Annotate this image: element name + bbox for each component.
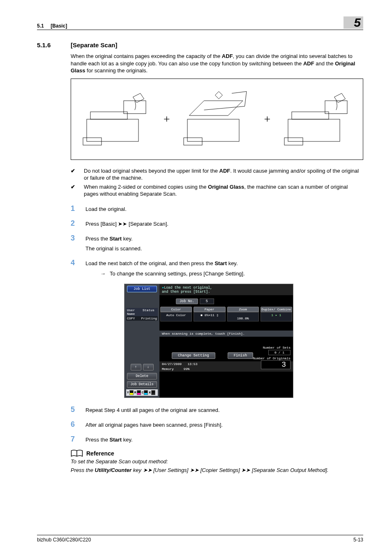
page-header: 5.1 [Basic] 5 <box>37 16 363 30</box>
step-4: 4 Load the next batch of the original, a… <box>71 259 363 278</box>
intro-bold: ADF <box>303 60 314 67</box>
lcd-message-bar: ✦Load the next original, and then press … <box>159 284 293 295</box>
step-5: 5 Repeat Step 4 until all pages of the o… <box>71 405 363 414</box>
reference-heading: Reference <box>71 449 363 458</box>
arrow-down-button[interactable]: ↓ <box>143 364 154 370</box>
jobno-value: 5 <box>200 298 214 304</box>
intro-paragraph: When the original contains pages exceedi… <box>71 53 363 74</box>
step-1: 1 Load the original. <box>71 204 363 213</box>
checkmark-icon: ✔ <box>71 167 76 182</box>
status-date: 04/27/2009 <box>162 362 182 366</box>
step-text: Press the Start key. The original is sca… <box>85 235 363 253</box>
illustration-box: + + <box>71 79 363 160</box>
step-sub-text: To change the scanning settings, press [… <box>110 270 245 278</box>
job-list-button[interactable]: Job List <box>127 286 157 292</box>
footer-page-number: 5-13 <box>353 537 363 543</box>
originals-value: 3 <box>261 360 291 369</box>
lcd-screenshot: Job List User Name Status COPY Printing <box>124 284 293 398</box>
sets-label: Number of Sets <box>253 346 291 349</box>
step-number: 1 <box>71 204 78 213</box>
intro-text: and the <box>314 60 335 67</box>
intro-bold: ADF <box>222 53 233 59</box>
reference-line1: To set the Separate Scan output method: <box>71 458 363 465</box>
lcd-sidebar: Job List User Name Status COPY Printing <box>125 284 159 398</box>
lcd-counts: Number of Sets 0 / 1 Number of Originals… <box>253 346 291 369</box>
intro-text: When the original contains pages exceedi… <box>71 53 222 59</box>
reference-title: Reference <box>86 450 114 457</box>
check-text: When making 2-sided or combined copies u… <box>84 183 363 198</box>
cell: Printing <box>141 317 157 320</box>
plus-icon: + <box>164 113 170 126</box>
arrow-up-button[interactable]: ↑ <box>131 364 141 370</box>
delete-button[interactable]: Delete <box>127 373 157 379</box>
step-subtext: The original is scanned. <box>85 245 363 253</box>
chapter-number: 5 <box>344 16 363 29</box>
printer-adf-icon <box>281 88 355 150</box>
header-section-title: [Basic] <box>51 23 67 29</box>
step-text: After all original pages have been scann… <box>85 421 363 429</box>
mem-value: 99% <box>184 367 189 371</box>
toner-levels: Y M C K <box>126 389 158 396</box>
cell: Auto Color <box>160 312 192 321</box>
svg-rect-4 <box>187 119 239 141</box>
lcd-message: and then press [Start]. <box>162 290 291 294</box>
step-6: 6 After all original pages have been sca… <box>71 420 363 429</box>
book-icon <box>71 449 83 458</box>
lcd-main-area: ✦Load the next original, and then press … <box>159 284 293 398</box>
step-text: Load the original. <box>85 206 363 213</box>
jobno-label: Job No. <box>176 298 198 304</box>
arrow-right-icon: → <box>100 270 106 278</box>
job-details-button[interactable]: Job Details <box>127 381 157 388</box>
originals-label: Number of Originals <box>253 356 291 360</box>
svg-rect-1 <box>90 112 127 119</box>
step-text: Load the next batch of the original, and… <box>85 260 363 278</box>
step-7: 7 Press the Start key. <box>71 435 363 444</box>
col-header: Duplex/ Combine <box>261 307 292 312</box>
cell: COPY <box>127 317 140 320</box>
col-header: Color <box>160 307 192 312</box>
step-number: 3 <box>71 234 78 243</box>
section-heading: 5.1.6 [Separate Scan] <box>37 42 363 49</box>
step-number: 5 <box>71 405 78 414</box>
step-number: 6 <box>71 420 78 429</box>
footer-model: bizhub C360/C280/C220 <box>37 537 91 543</box>
col-header: Status <box>143 308 154 316</box>
header-section-ref: 5.1 [Basic] <box>37 23 67 29</box>
finish-button[interactable]: Finish <box>228 352 253 359</box>
col-header: Paper <box>194 307 225 312</box>
lcd-hint: When scanning is complete, touch [Finish… <box>159 331 293 337</box>
step-number: 2 <box>71 219 78 228</box>
svg-rect-7 <box>292 112 329 119</box>
step-number: 7 <box>71 435 78 444</box>
section-number: 5.1.6 <box>37 42 53 49</box>
step-sub-item: → To change the scanning settings, press… <box>100 270 363 278</box>
svg-rect-6 <box>288 119 340 141</box>
printer-glass-icon <box>180 88 254 150</box>
status-time: 13:53 <box>187 362 197 366</box>
step-3: 3 Press the Start key. The original is s… <box>71 234 363 253</box>
step-number: 4 <box>71 259 78 267</box>
svg-rect-0 <box>87 119 138 141</box>
col-header: User Name <box>127 308 141 316</box>
step-text: Repeat Step 4 until all pages of the ori… <box>85 407 363 414</box>
cell: 100.0% <box>227 312 259 321</box>
reference-line2: Press the Utility/Counter key ➤➤ [User S… <box>71 467 363 473</box>
step-2: 2 Press [Basic] ➤➤ [Separate Scan]. <box>71 219 363 228</box>
lcd-job-table: User Name Status COPY Printing <box>126 308 158 321</box>
cell: 1 ▸ 1 <box>261 312 292 321</box>
mem-label: Memory <box>162 367 174 371</box>
printer-adf-icon <box>79 88 153 150</box>
cell: ■ 8½×11 ▯ <box>194 312 225 321</box>
step-text: Press the Start key. <box>85 436 363 444</box>
change-setting-button[interactable]: Change Setting <box>172 352 215 359</box>
page-footer: bizhub C360/C280/C220 5-13 <box>37 535 363 543</box>
intro-text: for scanning the originals. <box>85 67 148 74</box>
check-text: Do not load original sheets beyond the u… <box>84 167 363 182</box>
check-item: ✔ When making 2-sided or combined copies… <box>71 183 363 198</box>
step-text: Press [Basic] ➤➤ [Separate Scan]. <box>85 220 363 228</box>
section-title: [Separate Scan] <box>71 42 117 49</box>
header-section-number: 5.1 <box>37 23 44 29</box>
lcd-message: Load the next original, <box>164 286 212 290</box>
check-item: ✔ Do not load original sheets beyond the… <box>71 167 363 182</box>
plus-icon: + <box>264 113 270 126</box>
